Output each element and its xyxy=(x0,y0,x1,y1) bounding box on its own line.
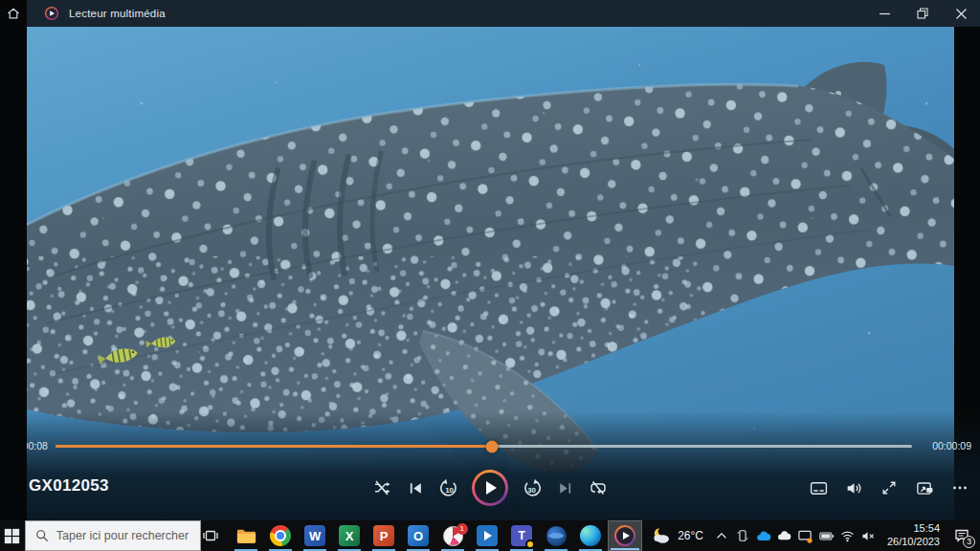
powerpoint-icon: P xyxy=(373,525,394,546)
taskbar-app-word[interactable]: W xyxy=(298,520,332,551)
wifi-icon xyxy=(840,530,855,542)
center-controls: 10 30 xyxy=(371,465,609,511)
volume-muted-tray-button[interactable] xyxy=(858,520,880,551)
teams-icon: T xyxy=(511,525,532,546)
taskbar-app-excel[interactable]: X xyxy=(332,520,367,551)
taskbar-app-news[interactable]: 1 xyxy=(435,520,470,551)
task-view-icon xyxy=(202,527,219,544)
start-button[interactable] xyxy=(0,520,25,551)
outlook-icon: O xyxy=(408,525,429,546)
shuffle-off-button[interactable] xyxy=(371,476,392,499)
taskbar-app-outlook[interactable]: O xyxy=(401,520,435,551)
fullscreen-button[interactable] xyxy=(879,476,900,499)
skip-forward-30-icon: 30 xyxy=(522,478,542,498)
fullscreen-icon xyxy=(880,479,898,496)
search-input[interactable] xyxy=(56,529,200,542)
skip-forward-30-button[interactable]: 30 xyxy=(521,476,542,499)
excel-icon: X xyxy=(339,525,360,546)
taskbar-app-chrome[interactable] xyxy=(263,520,298,551)
mini-player-button[interactable] xyxy=(914,476,935,499)
home-button[interactable] xyxy=(6,6,21,21)
skip-back-10-icon: 10 xyxy=(439,478,459,498)
volume-icon xyxy=(845,479,863,497)
tray-overflow-button[interactable] xyxy=(711,520,732,551)
action-center-button[interactable]: 3 xyxy=(947,520,976,551)
timeline: 00:00:08 00:00:09 xyxy=(0,438,980,453)
play-button-inner xyxy=(475,473,505,503)
cast-display-tray-button[interactable] xyxy=(795,520,816,551)
onedrive-tray-button[interactable] xyxy=(753,520,774,551)
right-controls xyxy=(808,465,970,511)
controls-row: GX012053 xyxy=(0,465,980,511)
moon-cloud-weather-icon xyxy=(650,526,673,545)
progress-fill xyxy=(56,445,492,448)
phone-link-tray-button[interactable] xyxy=(732,520,753,551)
sphere-app-icon xyxy=(546,526,567,546)
taskbar-app-teams[interactable]: T xyxy=(504,520,539,551)
temperature-label: 26°C xyxy=(678,529,703,542)
volume-button[interactable] xyxy=(843,476,864,499)
clock-time: 15:54 xyxy=(887,522,940,536)
cast-display-icon xyxy=(798,529,813,543)
taskbar: W X P O 1 T xyxy=(0,520,980,551)
media-player-logo-icon xyxy=(44,6,59,21)
clock-date: 26/10/2023 xyxy=(887,536,940,549)
home-icon xyxy=(6,6,21,21)
playback-overlay: 00:00:08 00:00:09 GX012053 xyxy=(0,411,980,520)
task-view-button[interactable] xyxy=(201,520,221,551)
weather-widget[interactable]: 26°C xyxy=(642,520,711,551)
chrome-icon xyxy=(270,525,291,546)
close-icon xyxy=(956,9,967,19)
play-button[interactable] xyxy=(472,470,508,506)
word-icon: W xyxy=(304,525,325,546)
notification-count-badge: 3 xyxy=(963,536,975,548)
skip-back-10-button[interactable]: 10 xyxy=(438,476,459,499)
cloud-sync-tray-button[interactable] xyxy=(774,520,795,551)
time-total: 00:00:09 xyxy=(932,440,971,452)
left-navigation-rail xyxy=(0,0,27,520)
battery-icon xyxy=(819,531,835,541)
onedrive-cloud-icon xyxy=(756,530,771,542)
system-tray: 26°C xyxy=(642,520,980,551)
windows-logo-icon xyxy=(4,528,20,544)
play-icon xyxy=(486,481,497,495)
movies-tv-icon xyxy=(477,525,498,546)
chevron-up-icon xyxy=(715,529,728,542)
taskbar-app-media-player-active[interactable] xyxy=(608,520,642,551)
volume-muted-icon xyxy=(861,530,876,542)
taskbar-app-file-explorer[interactable] xyxy=(229,520,263,551)
phone-link-icon xyxy=(736,529,749,542)
progress-thumb[interactable] xyxy=(486,440,499,452)
subtitles-icon xyxy=(810,479,828,497)
more-options-icon xyxy=(951,479,969,496)
subtitles-button[interactable] xyxy=(808,476,829,499)
taskbar-search[interactable] xyxy=(25,520,201,551)
repeat-off-icon xyxy=(590,479,607,496)
svg-text:10: 10 xyxy=(445,486,454,495)
taskbar-app-sphere[interactable] xyxy=(539,520,573,551)
next-icon xyxy=(557,480,573,496)
taskbar-app-edge[interactable] xyxy=(573,520,608,551)
shuffle-off-icon xyxy=(373,479,390,496)
taskbar-app-powerpoint[interactable]: P xyxy=(367,520,401,551)
edge-icon xyxy=(580,525,601,546)
window-controls xyxy=(865,0,980,27)
taskbar-app-movies-tv[interactable] xyxy=(470,520,504,551)
cloud-icon xyxy=(777,530,791,541)
close-button[interactable] xyxy=(942,0,980,27)
restore-button[interactable] xyxy=(903,0,942,27)
more-options-button[interactable] xyxy=(949,476,970,499)
repeat-off-button[interactable] xyxy=(588,476,609,499)
clock-widget[interactable]: 15:54 26/10/2023 xyxy=(880,522,947,549)
seek-bar[interactable] xyxy=(56,445,912,448)
media-filename: GX012053 xyxy=(29,476,109,496)
battery-tray-button[interactable] xyxy=(816,520,837,551)
minimize-button[interactable] xyxy=(865,0,903,27)
news-icon: 1 xyxy=(443,526,463,546)
app-notification-badge: 1 xyxy=(457,523,468,535)
search-icon xyxy=(35,529,49,542)
previous-button[interactable] xyxy=(405,476,426,499)
taskbar-apps: W X P O 1 T xyxy=(229,520,642,551)
wifi-tray-button[interactable] xyxy=(837,520,858,551)
next-button[interactable] xyxy=(554,476,575,499)
